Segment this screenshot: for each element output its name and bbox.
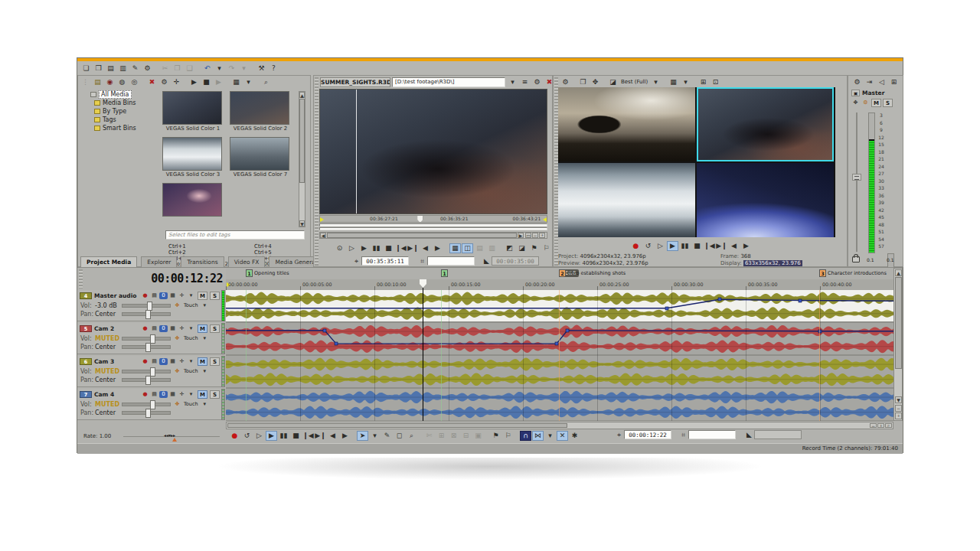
video-overlays-icon[interactable]: ✥ [590, 77, 601, 87]
play-from-start-button[interactable]: ▷ [346, 243, 358, 253]
capture-video-icon[interactable]: ◉ [104, 77, 116, 87]
lock-button[interactable]: ▣ [472, 431, 484, 441]
go-to-start-button[interactable]: ❙◀ [302, 431, 314, 441]
project-properties-icon[interactable]: ⚙ [142, 64, 153, 73]
trimmer-scrollbar[interactable]: ◀ ▶ ▭ − ＋ [319, 232, 547, 239]
previous-frame-button[interactable]: ◀ [728, 241, 740, 251]
track-solo-button[interactable]: S [210, 357, 220, 366]
stop-button[interactable]: ■ [691, 241, 703, 251]
pan-slider[interactable] [122, 345, 171, 349]
bus-assign-icon[interactable]: ▦ [168, 391, 177, 399]
preview-quality-select[interactable]: Best (Full) [621, 79, 648, 85]
trimmer-cursor-time[interactable]: 00:35:35:11 [361, 256, 409, 266]
auto-preview-icon[interactable]: ▶ [213, 77, 224, 87]
timeline-marker[interactable]: 3Character introductions [819, 269, 887, 277]
media-item[interactable]: VEGAS Solid Color 1 [162, 91, 224, 132]
tag-edit-input[interactable]: Select files to edit tags [165, 230, 305, 240]
track-header-4[interactable]: 4Master audio●▤0▦✛▾MSVol:-3.0 dB✥Touch▾P… [77, 290, 221, 321]
insert-region-button[interactable]: ⚐ [502, 431, 514, 441]
go-to-end-button[interactable]: ▶❙ [407, 243, 419, 253]
media-fx-icon[interactable]: ✛ [171, 77, 182, 87]
stop-button[interactable]: ■ [290, 431, 302, 441]
track-name[interactable]: Cam 4 [94, 391, 139, 398]
track-fx-icon[interactable]: ▤ [150, 391, 158, 399]
automation-mode-label[interactable]: Touch [184, 401, 198, 407]
snapshot-icon[interactable]: ⊡ [710, 77, 721, 87]
slide-button[interactable]: ⊟ [460, 431, 472, 441]
automation-mode-label[interactable]: Touch [184, 302, 198, 308]
undo-icon[interactable]: ↶ [201, 64, 213, 73]
tab-project-media[interactable]: Project Media [80, 256, 137, 267]
tab-explorer[interactable]: Explorer [141, 256, 177, 267]
automation-mode-caret[interactable]: ▾ [201, 334, 209, 342]
tab-video-fx[interactable]: Video FX [228, 256, 266, 267]
track-mute-button[interactable]: M [198, 390, 207, 399]
play-from-start-button[interactable]: ▷ [655, 241, 666, 251]
timeline-marker[interactable]: 2Hero establishing shots [559, 269, 626, 277]
multicam-view-2-active[interactable] [697, 87, 834, 161]
trimmer-properties-icon[interactable]: ⚙ [531, 77, 543, 87]
automation-mode-icon[interactable]: ✥ [173, 302, 181, 309]
pan-slider[interactable] [122, 411, 171, 415]
arm-record-icon[interactable]: ● [141, 358, 149, 366]
tree-item-by-type[interactable]: By Type [94, 107, 161, 115]
automation-settings-icon[interactable]: 0 [159, 325, 168, 332]
more-caret-icon[interactable]: ▾ [187, 391, 195, 399]
automation-mode-caret[interactable]: ▾ [201, 302, 209, 309]
track-mute-button[interactable]: M [198, 357, 207, 366]
go-to-end-button[interactable]: ▶❙ [315, 431, 326, 441]
timeline-tracks-area[interactable] [226, 290, 893, 421]
next-frame-button[interactable]: ▶ [339, 431, 351, 441]
mixer-views-icon[interactable]: ⊞ [888, 77, 900, 87]
get-media-from-web-icon[interactable]: ◍ [116, 77, 128, 87]
media-item[interactable]: VEGAS Solid Color 3 [162, 137, 224, 178]
tree-item-smart-bins[interactable]: Smart Bins [94, 124, 161, 132]
tab-transitions[interactable]: Transitions [181, 256, 224, 267]
insert-marker-button[interactable]: ⚑ [528, 243, 540, 253]
vol-slider[interactable] [122, 337, 171, 341]
auto-ripple-button[interactable]: ⋈ [532, 431, 544, 441]
vol-slider[interactable] [122, 403, 171, 406]
timeline-marker[interactable]: 1 [441, 269, 448, 277]
multicam-view-4[interactable] [697, 163, 834, 237]
ignore-event-grouping-button[interactable]: ✕ [557, 431, 568, 441]
track-name[interactable]: Cam 2 [94, 325, 139, 332]
views-caret-icon[interactable]: ▾ [243, 77, 254, 87]
insert-region-button[interactable]: ⚐ [541, 243, 552, 253]
timeline-hscrollbar[interactable]: − ＋ ⌕ [226, 422, 893, 429]
go-to-start-button[interactable]: ❙◀ [704, 241, 715, 251]
media-dropdown-caret[interactable]: ▾ [507, 77, 518, 87]
pan-icon[interactable]: ✥ [851, 99, 860, 107]
trimmer-selection-field[interactable] [427, 256, 475, 266]
go-to-start-button[interactable]: ❙◀ [395, 243, 407, 253]
master-fader-handle[interactable] [852, 174, 861, 181]
loop-playback-button[interactable]: ↺ [642, 241, 654, 251]
trimmer-playhead[interactable] [417, 216, 423, 223]
stop-button[interactable]: ■ [383, 243, 394, 253]
zoom-tool-button[interactable]: ⌕ [406, 431, 417, 441]
import-media-icon[interactable]: ▤ [92, 77, 103, 87]
select-left-button[interactable]: ◩ [504, 243, 515, 253]
timeline-grip[interactable] [79, 269, 83, 289]
pause-button[interactable]: ▮▮ [679, 241, 691, 251]
snap-button[interactable]: ∩ [520, 431, 531, 441]
grid-icon[interactable]: ⊞ [697, 77, 709, 87]
track-lane-cam-4[interactable] [226, 389, 893, 420]
split-screen-caret-icon[interactable]: ▾ [680, 77, 691, 87]
automation-settings-icon[interactable]: 0 [159, 358, 168, 365]
automation-mode-caret[interactable]: ▾ [201, 400, 209, 408]
track-fx-icon[interactable]: ▤ [150, 292, 158, 300]
remove-media-icon[interactable]: ✖ [146, 77, 158, 87]
fit-faders-icon[interactable]: ⇥ [864, 77, 875, 87]
trimmer-grip[interactable] [315, 77, 318, 266]
views-icon[interactable]: ▦ [230, 77, 242, 87]
tree-item-tags[interactable]: Tags [94, 116, 161, 123]
arm-record-icon[interactable]: ● [141, 292, 149, 300]
bus-assign-icon[interactable]: ▦ [168, 325, 177, 333]
track-keyboard-focus-button[interactable]: ✱ [569, 431, 580, 441]
track-mute-button[interactable]: M [198, 292, 207, 300]
publish-project-icon[interactable]: ✎ [129, 64, 141, 73]
sort-media-icon[interactable]: ≡ [519, 77, 531, 87]
paste-icon[interactable]: ❑ [184, 64, 195, 73]
open-project-icon[interactable]: ❒ [93, 64, 104, 73]
